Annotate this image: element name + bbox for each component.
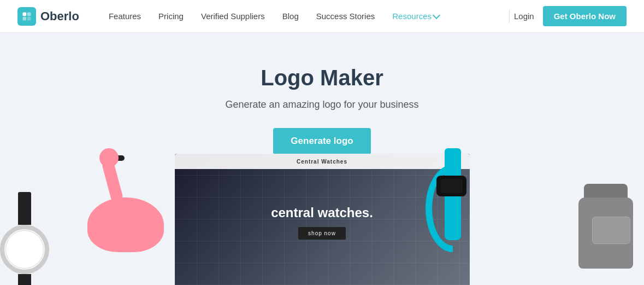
band-strap-bottom (445, 196, 461, 240)
navbar: Oberlo Features Pricing Verified Supplie… (0, 0, 644, 33)
resources-label: Resources (392, 11, 432, 21)
store-shop-btn: shop now (298, 227, 346, 240)
svg-rect-0 (23, 12, 27, 16)
product-flamingo (76, 148, 175, 269)
hero-subtitle: Generate an amazing logo for your busine… (225, 99, 418, 110)
get-oberlo-button[interactable]: Get Oberlo Now (543, 6, 627, 26)
watch-face (0, 225, 49, 274)
logo[interactable]: Oberlo (17, 7, 79, 26)
watch-strap-top (18, 192, 31, 225)
product-fitness-band (415, 165, 491, 252)
watch-strap-bottom (18, 274, 31, 285)
nav-right: Login Get Oberlo Now (514, 6, 627, 26)
nav-item-features[interactable]: Features (101, 7, 149, 25)
watch-dial (5, 230, 44, 269)
nav-links: Features Pricing Verified Suppliers Blog… (101, 7, 505, 25)
hero-section: Logo Maker Generate an amazing logo for … (0, 33, 644, 285)
nav-item-verified-suppliers[interactable]: Verified Suppliers (193, 7, 273, 25)
svg-rect-3 (27, 16, 31, 20)
store-main-text: central watches. (271, 205, 373, 220)
login-link[interactable]: Login (514, 11, 534, 21)
band-screen (441, 179, 463, 193)
nav-item-pricing[interactable]: Pricing (151, 7, 191, 25)
band-strap-top (445, 148, 461, 176)
nav-divider (509, 10, 510, 23)
svg-rect-2 (23, 16, 27, 20)
nav-item-success-stories[interactable]: Success Stories (309, 7, 383, 25)
hero-title: Logo Maker (261, 66, 383, 90)
bag-pocket (592, 217, 630, 244)
band-device (436, 176, 466, 196)
svg-rect-1 (27, 12, 31, 16)
product-watch (0, 176, 55, 285)
nav-item-resources[interactable]: Resources (385, 7, 447, 25)
flamingo-body (87, 197, 164, 252)
chevron-down-icon (433, 11, 440, 19)
bag-body (578, 197, 633, 269)
nav-item-blog[interactable]: Blog (275, 7, 306, 25)
product-backpack (573, 170, 639, 280)
brand-name: Oberlo (40, 9, 79, 24)
logo-icon (17, 7, 36, 26)
floating-product-images: Central Watches central watches. shop no… (0, 132, 644, 285)
flamingo-neck (101, 159, 124, 204)
